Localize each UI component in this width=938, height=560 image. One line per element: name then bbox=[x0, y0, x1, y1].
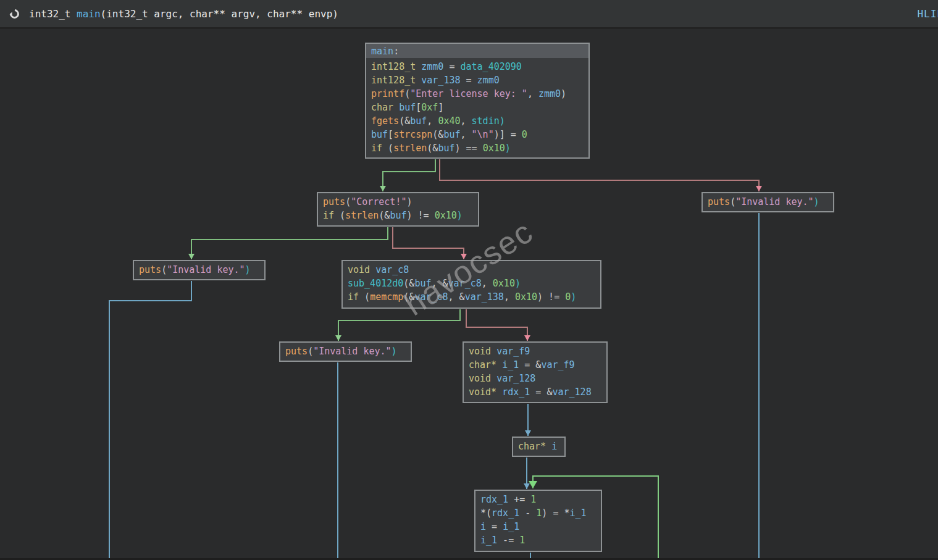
code-line[interactable]: puts("Correct!") bbox=[323, 195, 473, 209]
basic-block-invalid-center[interactable]: puts("Invalid key.") bbox=[279, 341, 412, 362]
token-op: ( bbox=[730, 196, 735, 207]
code-line[interactable]: buf[strcspn(&buf, "\n")] = 0 bbox=[371, 128, 584, 141]
basic-block-var-c8[interactable]: void var_c8sub_4012d0(&buf, &var_c8, 0x1… bbox=[341, 260, 601, 309]
block-body: puts("Correct!")if (strlen(&buf) != 0x10… bbox=[318, 193, 478, 225]
basic-block-invalid-right[interactable]: puts("Invalid key.") bbox=[701, 192, 834, 212]
token-kw: if bbox=[348, 291, 359, 303]
token-fn: puts bbox=[285, 346, 308, 357]
code-line[interactable]: puts("Invalid key.") bbox=[285, 345, 406, 358]
token-var: i_1 bbox=[503, 521, 519, 532]
token-op: *( bbox=[480, 508, 492, 519]
token-op bbox=[491, 346, 496, 357]
code-line[interactable]: puts("Invalid key.") bbox=[139, 263, 259, 277]
token-sym: data_402090 bbox=[461, 61, 522, 72]
token-kw: void bbox=[348, 264, 370, 275]
token-op: ( bbox=[308, 346, 313, 357]
token-op: [ bbox=[416, 102, 421, 113]
token-var: var_128 bbox=[552, 387, 591, 398]
token-str: "Correct!" bbox=[351, 196, 406, 207]
token-sym: ) bbox=[814, 196, 819, 207]
token-var: i bbox=[551, 441, 557, 452]
basic-block-var-f9[interactable]: void var_f9char* i_1 = &var_f9void var_1… bbox=[463, 341, 608, 403]
code-line[interactable]: char buf[0xf] bbox=[371, 101, 584, 114]
code-line[interactable]: int128_t var_138 = zmm0 bbox=[371, 73, 584, 87]
token-fn: fgets bbox=[371, 115, 399, 127]
token-fn: strlen bbox=[393, 143, 427, 154]
block-body: puts("Invalid key.") bbox=[703, 193, 833, 211]
token-fn: printf bbox=[371, 88, 404, 99]
block-body: void var_c8sub_4012d0(&buf, &var_c8, 0x1… bbox=[343, 261, 600, 306]
view-mode-label[interactable]: HLIL bbox=[917, 8, 938, 20]
block-body: puts("Invalid key.") bbox=[134, 261, 264, 279]
token-var: rdx_1 bbox=[502, 387, 530, 398]
token-op: : bbox=[393, 46, 399, 57]
code-line[interactable]: printf("Enter license key: ", zmm0) bbox=[371, 87, 584, 101]
code-line[interactable]: void var_c8 bbox=[348, 263, 595, 277]
block-title[interactable]: main: bbox=[366, 44, 588, 58]
code-line[interactable]: void var_f9 bbox=[469, 345, 601, 358]
token-op: = bbox=[486, 521, 503, 532]
token-fn: strlen bbox=[345, 210, 379, 221]
token-num: 0x40 bbox=[438, 115, 460, 127]
token-op: (& bbox=[403, 278, 414, 289]
basic-block-loop[interactable]: rdx_1 += 1*(rdx_1 - 1) = *i_1i = i_1i_1 … bbox=[474, 490, 602, 552]
token-op: ( bbox=[334, 210, 345, 221]
code-line[interactable]: void* rdx_1 = &var_128 bbox=[469, 385, 601, 399]
token-sym: ) bbox=[245, 264, 251, 275]
token-str: "Enter license key: " bbox=[410, 88, 527, 99]
token-op: (& bbox=[403, 291, 414, 303]
code-line[interactable]: char* i_1 = &var_f9 bbox=[469, 358, 601, 372]
token-sym: ) bbox=[505, 143, 511, 154]
token-sym: ) bbox=[392, 346, 397, 357]
function-signature: int32_t main(int32_t argc, char** argv, … bbox=[29, 8, 338, 20]
basic-block-invalid-left[interactable]: puts("Invalid key.") bbox=[133, 260, 266, 280]
code-line[interactable]: sub_4012d0(&buf, &var_c8, 0x10) bbox=[348, 277, 595, 290]
token-op bbox=[370, 264, 375, 275]
token-op: (& bbox=[432, 129, 443, 140]
basic-block-char-i[interactable]: char* i bbox=[512, 437, 566, 457]
token-op bbox=[546, 441, 551, 452]
token-op: ] bbox=[438, 102, 443, 113]
token-op: ( bbox=[382, 143, 393, 154]
code-line[interactable]: i = i_1 bbox=[480, 520, 596, 533]
token-str: "Invalid key." bbox=[735, 196, 813, 207]
token-op: , bbox=[504, 291, 515, 303]
loading-spinner-icon bbox=[8, 7, 21, 20]
code-line[interactable]: int128_t zmm0 = data_402090 bbox=[371, 60, 584, 73]
token-str: "Invalid key." bbox=[167, 264, 245, 275]
basic-block-correct[interactable]: puts("Correct!")if (strlen(&buf) != 0x10… bbox=[317, 192, 479, 227]
token-op: ( bbox=[161, 264, 167, 275]
token-var: var_f9 bbox=[541, 359, 574, 370]
token-text: (int32_t argc, char** argv, char** envp) bbox=[101, 8, 338, 20]
code-line[interactable]: if (strlen(&buf) != 0x10) bbox=[323, 209, 473, 222]
code-line[interactable]: *(rdx_1 - 1) = *i_1 bbox=[480, 506, 596, 520]
token-op bbox=[393, 102, 399, 113]
token-kw: char* bbox=[469, 359, 496, 370]
token-op: - bbox=[519, 508, 536, 519]
token-op: = bbox=[461, 75, 477, 86]
edge-var_c8-to-var_f9 bbox=[466, 309, 527, 341]
token-num: 0 bbox=[522, 129, 527, 140]
token-kw: void* bbox=[469, 387, 496, 398]
code-line[interactable]: i_1 -= 1 bbox=[480, 533, 596, 547]
token-op bbox=[496, 387, 502, 398]
code-line[interactable]: fgets(&buf, 0x40, stdin) bbox=[371, 114, 584, 128]
basic-block-main[interactable]: main:int128_t zmm0 = data_402090int128_t… bbox=[365, 43, 590, 159]
code-line[interactable]: if (strlen(&buf) == 0x10) bbox=[371, 141, 584, 155]
token-var: buf bbox=[371, 129, 388, 140]
token-num: 0x10 bbox=[515, 291, 537, 303]
token-op bbox=[491, 373, 496, 384]
code-line[interactable]: if (memcmp(&var_c8, &var_138, 0x10) != 0… bbox=[348, 290, 595, 304]
code-line[interactable]: char* i bbox=[518, 440, 559, 453]
edge-invalid_left-to-offscreen_bottom bbox=[109, 281, 191, 558]
token-num: 1 bbox=[519, 535, 525, 546]
code-line[interactable]: puts("Invalid key.") bbox=[708, 195, 828, 209]
token-op: ) bbox=[561, 88, 566, 99]
token-op: ( bbox=[345, 196, 351, 207]
token-op: , bbox=[461, 129, 472, 140]
code-line[interactable]: rdx_1 += 1 bbox=[480, 493, 596, 506]
token-var: buf bbox=[399, 102, 416, 113]
code-line[interactable]: void var_128 bbox=[469, 372, 601, 385]
token-op: , bbox=[527, 88, 538, 99]
token-var: buf bbox=[438, 143, 454, 154]
